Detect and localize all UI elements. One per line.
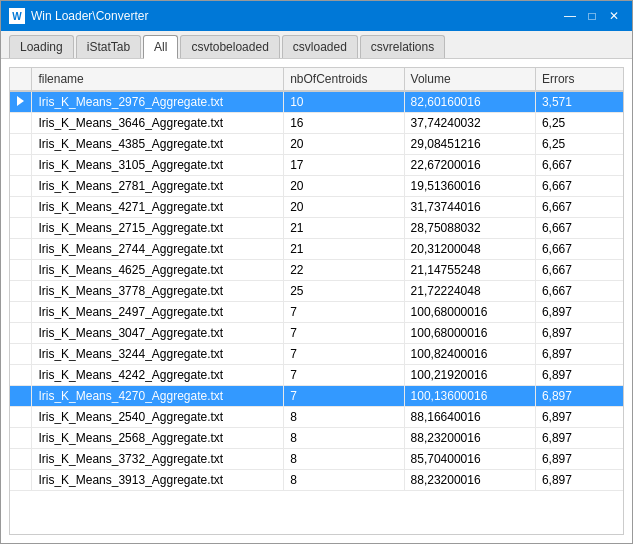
maximize-button[interactable]: □ (582, 7, 602, 25)
row-errors: 6,25 (535, 113, 623, 134)
tab-csvloaded[interactable]: csvloaded (282, 35, 358, 58)
row-errors: 6,897 (535, 344, 623, 365)
row-filename: Iris_K_Means_3244_Aggregate.txt (32, 344, 284, 365)
row-filename: Iris_K_Means_3646_Aggregate.txt (32, 113, 284, 134)
col-header-nbOfCentroids: nbOfCentroids (284, 68, 404, 91)
row-centroids: 25 (284, 281, 404, 302)
row-filename: Iris_K_Means_2540_Aggregate.txt (32, 407, 284, 428)
row-volume: 37,74240032 (404, 113, 535, 134)
main-window: W Win Loader\Converter — □ ✕ LoadingiSta… (0, 0, 633, 544)
row-arrow-cell (10, 91, 32, 113)
tab-csvrelations[interactable]: csvrelations (360, 35, 445, 58)
table-row[interactable]: Iris_K_Means_3732_Aggregate.txt885,70400… (10, 449, 623, 470)
col-header-errors: Errors (535, 68, 623, 91)
minimize-button[interactable]: — (560, 7, 580, 25)
table-row[interactable]: Iris_K_Means_2976_Aggregate.txt1082,6016… (10, 91, 623, 113)
row-errors: 6,667 (535, 239, 623, 260)
row-arrow-cell (10, 407, 32, 428)
tab-csvtobeloaded[interactable]: csvtobeloaded (180, 35, 279, 58)
content-area: filenamenbOfCentroidsVolumeErrors Iris_K… (1, 59, 632, 543)
row-errors: 6,667 (535, 155, 623, 176)
table-row[interactable]: Iris_K_Means_3778_Aggregate.txt2521,7222… (10, 281, 623, 302)
row-volume: 20,31200048 (404, 239, 535, 260)
table-body: Iris_K_Means_2976_Aggregate.txt1082,6016… (10, 91, 623, 491)
table-row[interactable]: Iris_K_Means_3646_Aggregate.txt1637,7424… (10, 113, 623, 134)
table-row[interactable]: Iris_K_Means_4271_Aggregate.txt2031,7374… (10, 197, 623, 218)
table-row[interactable]: Iris_K_Means_3913_Aggregate.txt888,23200… (10, 470, 623, 491)
row-filename: Iris_K_Means_3778_Aggregate.txt (32, 281, 284, 302)
title-bar-left: W Win Loader\Converter (9, 8, 148, 24)
row-errors: 6,667 (535, 218, 623, 239)
row-centroids: 7 (284, 302, 404, 323)
table-row[interactable]: Iris_K_Means_2744_Aggregate.txt2120,3120… (10, 239, 623, 260)
row-arrow-cell (10, 281, 32, 302)
row-volume: 21,72224048 (404, 281, 535, 302)
row-centroids: 20 (284, 197, 404, 218)
row-centroids: 17 (284, 155, 404, 176)
row-arrow-cell (10, 197, 32, 218)
row-errors: 6,25 (535, 134, 623, 155)
title-bar: W Win Loader\Converter — □ ✕ (1, 1, 632, 31)
col-header-filename: filename (32, 68, 284, 91)
tab-istattab[interactable]: iStatTab (76, 35, 141, 58)
row-filename: Iris_K_Means_4242_Aggregate.txt (32, 365, 284, 386)
table-header-row: filenamenbOfCentroidsVolumeErrors (10, 68, 623, 91)
row-centroids: 20 (284, 176, 404, 197)
table-row[interactable]: Iris_K_Means_4242_Aggregate.txt7100,2192… (10, 365, 623, 386)
row-volume: 100,68000016 (404, 323, 535, 344)
row-errors: 6,667 (535, 281, 623, 302)
row-filename: Iris_K_Means_2497_Aggregate.txt (32, 302, 284, 323)
table-row[interactable]: Iris_K_Means_2715_Aggregate.txt2128,7508… (10, 218, 623, 239)
row-errors: 3,571 (535, 91, 623, 113)
row-volume: 100,68000016 (404, 302, 535, 323)
table-row[interactable]: Iris_K_Means_3105_Aggregate.txt1722,6720… (10, 155, 623, 176)
row-arrow-cell (10, 218, 32, 239)
row-filename: Iris_K_Means_2568_Aggregate.txt (32, 428, 284, 449)
close-button[interactable]: ✕ (604, 7, 624, 25)
row-centroids: 10 (284, 91, 404, 113)
row-errors: 6,667 (535, 260, 623, 281)
row-filename: Iris_K_Means_4385_Aggregate.txt (32, 134, 284, 155)
row-arrow-cell (10, 470, 32, 491)
table-row[interactable]: Iris_K_Means_4625_Aggregate.txt2221,1475… (10, 260, 623, 281)
table-row[interactable]: Iris_K_Means_2781_Aggregate.txt2019,5136… (10, 176, 623, 197)
table-row[interactable]: Iris_K_Means_4385_Aggregate.txt2029,0845… (10, 134, 623, 155)
row-centroids: 8 (284, 470, 404, 491)
row-volume: 28,75088032 (404, 218, 535, 239)
table-row[interactable]: Iris_K_Means_2497_Aggregate.txt7100,6800… (10, 302, 623, 323)
row-volume: 31,73744016 (404, 197, 535, 218)
row-volume: 100,82400016 (404, 344, 535, 365)
row-volume: 100,21920016 (404, 365, 535, 386)
table-row[interactable]: Iris_K_Means_4270_Aggregate.txt7100,1360… (10, 386, 623, 407)
row-arrow-cell (10, 260, 32, 281)
row-centroids: 8 (284, 449, 404, 470)
row-volume: 85,70400016 (404, 449, 535, 470)
tab-loading[interactable]: Loading (9, 35, 74, 58)
row-volume: 88,16640016 (404, 407, 535, 428)
table-row[interactable]: Iris_K_Means_3047_Aggregate.txt7100,6800… (10, 323, 623, 344)
row-filename: Iris_K_Means_4270_Aggregate.txt (32, 386, 284, 407)
row-volume: 29,08451216 (404, 134, 535, 155)
row-arrow-cell (10, 449, 32, 470)
table-row[interactable]: Iris_K_Means_3244_Aggregate.txt7100,8240… (10, 344, 623, 365)
row-centroids: 7 (284, 344, 404, 365)
tab-all[interactable]: All (143, 35, 178, 59)
row-arrow-cell (10, 155, 32, 176)
row-errors: 6,667 (535, 176, 623, 197)
row-filename: Iris_K_Means_3732_Aggregate.txt (32, 449, 284, 470)
title-controls: — □ ✕ (560, 7, 624, 25)
row-arrow-cell (10, 176, 32, 197)
row-centroids: 8 (284, 407, 404, 428)
row-centroids: 7 (284, 386, 404, 407)
row-filename: Iris_K_Means_2976_Aggregate.txt (32, 91, 284, 113)
row-filename: Iris_K_Means_4271_Aggregate.txt (32, 197, 284, 218)
table-row[interactable]: Iris_K_Means_2568_Aggregate.txt888,23200… (10, 428, 623, 449)
row-centroids: 16 (284, 113, 404, 134)
row-volume: 21,14755248 (404, 260, 535, 281)
data-table: filenamenbOfCentroidsVolumeErrors Iris_K… (10, 68, 623, 491)
table-wrapper[interactable]: filenamenbOfCentroidsVolumeErrors Iris_K… (10, 68, 623, 534)
row-arrow-cell (10, 344, 32, 365)
row-errors: 6,897 (535, 386, 623, 407)
table-row[interactable]: Iris_K_Means_2540_Aggregate.txt888,16640… (10, 407, 623, 428)
row-arrow-cell (10, 386, 32, 407)
